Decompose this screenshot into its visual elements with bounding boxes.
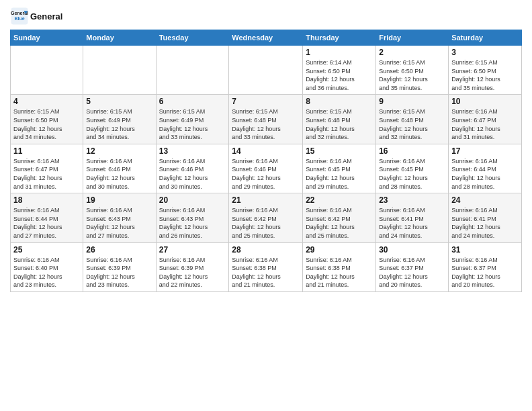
calendar-cell: 6Sunrise: 6:15 AM Sunset: 6:49 PM Daylig… [156, 95, 229, 144]
day-number: 3 [451, 48, 519, 57]
day-number: 26 [86, 245, 152, 255]
day-info: Sunrise: 6:16 AM Sunset: 6:41 PM Dayligh… [451, 206, 519, 240]
day-number: 29 [306, 245, 373, 255]
day-info: Sunrise: 6:16 AM Sunset: 6:37 PM Dayligh… [451, 256, 519, 289]
day-info: Sunrise: 6:16 AM Sunset: 6:46 PM Dayligh… [232, 157, 300, 191]
calendar-week-row: 18Sunrise: 6:16 AM Sunset: 6:44 PM Dayli… [11, 193, 522, 242]
calendar-cell: 31Sunrise: 6:16 AM Sunset: 6:37 PM Dayli… [449, 242, 522, 291]
day-number: 18 [13, 195, 80, 205]
day-number: 31 [451, 245, 519, 255]
calendar-cell: 12Sunrise: 6:16 AM Sunset: 6:46 PM Dayli… [83, 144, 156, 193]
day-info: Sunrise: 6:15 AM Sunset: 6:50 PM Dayligh… [451, 58, 519, 92]
calendar-cell: 22Sunrise: 6:16 AM Sunset: 6:42 PM Dayli… [303, 193, 376, 242]
day-number: 2 [379, 48, 445, 57]
calendar-cell: 13Sunrise: 6:16 AM Sunset: 6:46 PM Dayli… [156, 144, 229, 193]
day-info: Sunrise: 6:16 AM Sunset: 6:43 PM Dayligh… [159, 206, 226, 240]
day-info: Sunrise: 6:16 AM Sunset: 6:39 PM Dayligh… [159, 256, 226, 289]
day-number: 17 [451, 146, 519, 156]
calendar-cell: 11Sunrise: 6:16 AM Sunset: 6:47 PM Dayli… [11, 144, 83, 193]
col-header-thursday: Thursday [303, 30, 376, 46]
day-number: 12 [86, 146, 152, 156]
calendar-cell: 25Sunrise: 6:16 AM Sunset: 6:40 PM Dayli… [11, 242, 83, 291]
day-info: Sunrise: 6:15 AM Sunset: 6:49 PM Dayligh… [86, 107, 152, 141]
day-number: 9 [379, 97, 445, 106]
day-number: 10 [451, 97, 519, 106]
day-number: 30 [379, 245, 445, 255]
calendar-cell: 8Sunrise: 6:15 AM Sunset: 6:48 PM Daylig… [303, 95, 376, 144]
day-info: Sunrise: 6:15 AM Sunset: 6:50 PM Dayligh… [379, 58, 445, 92]
col-header-monday: Monday [83, 30, 156, 46]
col-header-wednesday: Wednesday [229, 30, 303, 46]
day-number: 19 [86, 195, 152, 205]
calendar-cell: 16Sunrise: 6:16 AM Sunset: 6:45 PM Dayli… [376, 144, 449, 193]
day-number: 11 [13, 146, 80, 156]
calendar-cell [83, 46, 156, 95]
day-info: Sunrise: 6:15 AM Sunset: 6:48 PM Dayligh… [232, 107, 300, 141]
day-number: 6 [159, 97, 226, 106]
calendar-cell: 27Sunrise: 6:16 AM Sunset: 6:39 PM Dayli… [156, 242, 229, 291]
day-info: Sunrise: 6:16 AM Sunset: 6:38 PM Dayligh… [306, 256, 373, 289]
page-header: General Blue General [10, 7, 522, 26]
calendar-cell: 28Sunrise: 6:16 AM Sunset: 6:38 PM Dayli… [229, 242, 303, 291]
day-info: Sunrise: 6:16 AM Sunset: 6:38 PM Dayligh… [232, 256, 300, 289]
day-number: 28 [232, 245, 300, 255]
calendar-cell: 29Sunrise: 6:16 AM Sunset: 6:38 PM Dayli… [303, 242, 376, 291]
day-number: 20 [159, 195, 226, 205]
calendar-cell: 17Sunrise: 6:16 AM Sunset: 6:44 PM Dayli… [449, 144, 522, 193]
calendar-week-row: 4Sunrise: 6:15 AM Sunset: 6:50 PM Daylig… [11, 95, 522, 144]
calendar-week-row: 25Sunrise: 6:16 AM Sunset: 6:40 PM Dayli… [11, 242, 522, 291]
day-info: Sunrise: 6:15 AM Sunset: 6:50 PM Dayligh… [13, 107, 80, 141]
day-number: 5 [86, 97, 152, 106]
calendar-week-row: 11Sunrise: 6:16 AM Sunset: 6:47 PM Dayli… [11, 144, 522, 193]
calendar-cell: 20Sunrise: 6:16 AM Sunset: 6:43 PM Dayli… [156, 193, 229, 242]
calendar-cell: 19Sunrise: 6:16 AM Sunset: 6:43 PM Dayli… [83, 193, 156, 242]
calendar-cell [11, 46, 83, 95]
calendar-cell: 2Sunrise: 6:15 AM Sunset: 6:50 PM Daylig… [376, 46, 449, 95]
calendar-cell: 9Sunrise: 6:15 AM Sunset: 6:48 PM Daylig… [376, 95, 449, 144]
day-info: Sunrise: 6:15 AM Sunset: 6:49 PM Dayligh… [159, 107, 226, 141]
calendar-cell: 23Sunrise: 6:16 AM Sunset: 6:41 PM Dayli… [376, 193, 449, 242]
day-info: Sunrise: 6:16 AM Sunset: 6:44 PM Dayligh… [451, 157, 519, 191]
day-info: Sunrise: 6:16 AM Sunset: 6:46 PM Dayligh… [159, 157, 226, 191]
calendar-cell: 18Sunrise: 6:16 AM Sunset: 6:44 PM Dayli… [11, 193, 83, 242]
day-number: 25 [13, 245, 80, 255]
day-info: Sunrise: 6:14 AM Sunset: 6:50 PM Dayligh… [306, 58, 373, 92]
day-number: 16 [379, 146, 445, 156]
day-info: Sunrise: 6:16 AM Sunset: 6:37 PM Dayligh… [379, 256, 445, 289]
day-number: 1 [306, 48, 373, 57]
logo: General Blue General [10, 7, 62, 26]
day-number: 21 [232, 195, 300, 205]
day-info: Sunrise: 6:16 AM Sunset: 6:40 PM Dayligh… [13, 256, 80, 289]
calendar-week-row: 1Sunrise: 6:14 AM Sunset: 6:50 PM Daylig… [11, 46, 522, 95]
day-number: 7 [232, 97, 300, 106]
day-info: Sunrise: 6:16 AM Sunset: 6:47 PM Dayligh… [451, 107, 519, 141]
calendar-cell: 1Sunrise: 6:14 AM Sunset: 6:50 PM Daylig… [303, 46, 376, 95]
logo-icon: General Blue [10, 7, 29, 26]
day-info: Sunrise: 6:16 AM Sunset: 6:39 PM Dayligh… [86, 256, 152, 289]
day-info: Sunrise: 6:16 AM Sunset: 6:41 PM Dayligh… [379, 206, 445, 240]
calendar-cell: 7Sunrise: 6:15 AM Sunset: 6:48 PM Daylig… [229, 95, 303, 144]
calendar-page: General Blue General SundayMondayTuesday… [0, 0, 532, 411]
day-number: 14 [232, 146, 300, 156]
day-number: 27 [159, 245, 226, 255]
col-header-friday: Friday [376, 30, 449, 46]
day-number: 15 [306, 146, 373, 156]
calendar-cell: 26Sunrise: 6:16 AM Sunset: 6:39 PM Dayli… [83, 242, 156, 291]
calendar-cell: 14Sunrise: 6:16 AM Sunset: 6:46 PM Dayli… [229, 144, 303, 193]
day-info: Sunrise: 6:16 AM Sunset: 6:47 PM Dayligh… [13, 157, 80, 191]
day-number: 4 [13, 97, 80, 106]
day-info: Sunrise: 6:16 AM Sunset: 6:43 PM Dayligh… [86, 206, 152, 240]
svg-text:Blue: Blue [14, 16, 24, 21]
calendar-header-row: SundayMondayTuesdayWednesdayThursdayFrid… [11, 30, 522, 46]
calendar-table: SundayMondayTuesdayWednesdayThursdayFrid… [10, 30, 522, 292]
day-info: Sunrise: 6:15 AM Sunset: 6:48 PM Dayligh… [379, 107, 445, 141]
calendar-cell: 5Sunrise: 6:15 AM Sunset: 6:49 PM Daylig… [83, 95, 156, 144]
day-number: 23 [379, 195, 445, 205]
col-header-sunday: Sunday [11, 30, 83, 46]
day-info: Sunrise: 6:16 AM Sunset: 6:42 PM Dayligh… [232, 206, 300, 240]
day-info: Sunrise: 6:16 AM Sunset: 6:45 PM Dayligh… [379, 157, 445, 191]
day-info: Sunrise: 6:16 AM Sunset: 6:42 PM Dayligh… [306, 206, 373, 240]
calendar-cell [156, 46, 229, 95]
day-info: Sunrise: 6:16 AM Sunset: 6:45 PM Dayligh… [306, 157, 373, 191]
calendar-cell: 10Sunrise: 6:16 AM Sunset: 6:47 PM Dayli… [449, 95, 522, 144]
